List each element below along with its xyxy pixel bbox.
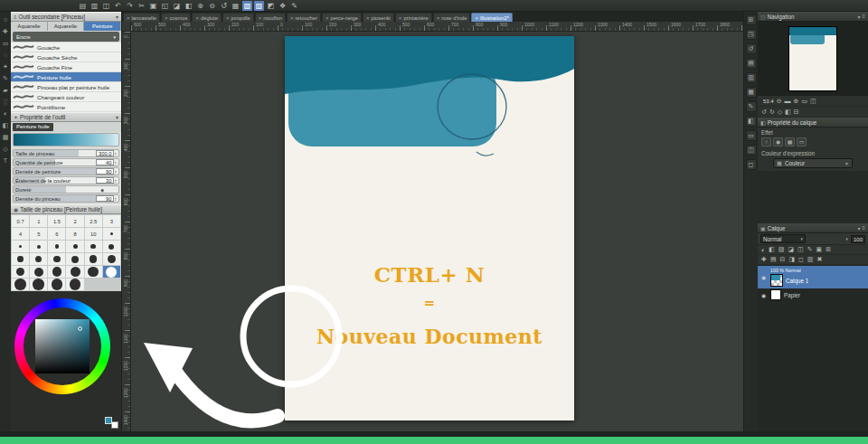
zoom-out-icon[interactable]: ⊖ [207, 1, 217, 11]
document-tab[interactable]: ×cosmos [161, 13, 192, 22]
tab-close-icon[interactable]: × [366, 15, 370, 21]
panel-action-icon[interactable]: ◫ [746, 145, 757, 156]
new-folder-icon[interactable]: ▤ [770, 256, 777, 263]
layer-thumbnail[interactable] [770, 274, 783, 287]
subtool-tab[interactable]: Aquarelle [48, 22, 85, 31]
layer-row-calque1[interactable]: ◉ 100 % Normal Calque 1 [758, 266, 868, 288]
redo-icon[interactable]: ↷ [125, 1, 135, 11]
brush-size-preset[interactable] [66, 279, 83, 290]
brush-size-preset[interactable]: 0.7 [12, 215, 29, 227]
lock-layer-icon[interactable]: ◧ [769, 246, 775, 253]
rotate-right-icon[interactable]: ↻ [769, 109, 775, 116]
document-canvas[interactable]: CTRL+ N = Nouveau Document [285, 36, 574, 420]
canvas-viewport[interactable]: CTRL+ N = Nouveau Document [131, 32, 743, 431]
brush-size-preset[interactable] [12, 279, 29, 290]
brush-size-preset[interactable]: 5 [30, 228, 47, 240]
document-tab[interactable]: ×retoucher [287, 13, 321, 22]
navigation-preview[interactable] [758, 22, 868, 96]
brush-size-preset[interactable] [48, 266, 65, 278]
copy-icon[interactable]: ▣ [148, 1, 158, 11]
brush-size-preset[interactable] [30, 266, 47, 278]
transfer-layer-icon[interactable]: ⊟ [780, 256, 786, 263]
tab-close-icon[interactable]: × [290, 15, 294, 21]
brush-size-preset[interactable] [66, 266, 83, 278]
panel-information-icon[interactable]: ▥ [746, 72, 757, 83]
two-pane-icon[interactable]: ⊞ [826, 246, 831, 253]
panel-options-icon[interactable]: ▾ [116, 14, 118, 20]
brush-size-preset[interactable] [66, 241, 83, 252]
brush-size-preset[interactable] [103, 228, 120, 240]
tool-parameter-slider[interactable]: Taille de pinceau300.0↕ [13, 149, 119, 157]
brush-size-preset[interactable]: 3 [103, 215, 120, 227]
panel-color-icon[interactable]: ◧ [746, 116, 757, 127]
document-tab[interactable]: ×Illustration2* [471, 13, 512, 22]
tab-close-icon[interactable]: × [475, 15, 478, 21]
panel-menu-icon[interactable]: ≡ [14, 14, 17, 20]
mask-layer-icon[interactable]: ◻ [798, 256, 804, 263]
foreground-color-swatch[interactable] [105, 417, 112, 424]
tool-parameter-slider[interactable]: Étalement de la couleur30↕ [13, 176, 119, 184]
expression-color-dropdown[interactable]: Couleur ▼ [773, 158, 853, 168]
save-icon[interactable]: ◫ [101, 1, 111, 11]
brush-size-preset[interactable] [85, 241, 102, 252]
tool-parameter-slider[interactable]: Dureté◆ [13, 185, 119, 194]
zoom-in-icon[interactable]: ⊕ [794, 98, 799, 105]
move-tool-icon[interactable]: ✚ [3, 28, 8, 34]
brush-item[interactable]: Pointillisme [11, 102, 121, 112]
document-tab[interactable]: ×piosenki [363, 13, 394, 22]
blend-tool-icon[interactable]: ◐ [4, 110, 7, 117]
combine-layer-icon[interactable]: ◨ [788, 256, 795, 263]
panel-menu-icon[interactable]: ≡ [862, 14, 865, 20]
document-tab[interactable]: ×printanière [395, 13, 432, 22]
paper-layer-thumbnail[interactable] [770, 289, 781, 300]
lasso-tool-icon[interactable]: ◌ [4, 52, 7, 58]
brush-size-preset[interactable] [30, 241, 47, 252]
brush-item[interactable]: Gouache [11, 43, 121, 52]
navigation-thumbnail[interactable] [789, 27, 836, 90]
brush-size-preset[interactable]: 10 [85, 228, 102, 240]
shape-tool-icon[interactable]: ◇ [3, 146, 7, 152]
brush-item[interactable]: Peinture huile [11, 72, 121, 82]
stepper-icon[interactable]: ↕ [115, 169, 118, 175]
grid-icon[interactable]: ▦ [231, 1, 241, 11]
brush-item[interactable]: Gouache Fine [11, 62, 121, 72]
document-tab[interactable]: ×perce-neige [322, 13, 362, 22]
opacity-control[interactable]: ◐ 100 [845, 235, 865, 243]
brush-size-preset[interactable]: 1 [30, 215, 47, 227]
tab-close-icon[interactable]: × [326, 15, 329, 21]
brush-size-preset[interactable] [103, 253, 120, 265]
brush-size-preset[interactable]: 6 [48, 228, 65, 240]
undo-icon[interactable]: ↶ [113, 1, 123, 11]
clip-layer-icon[interactable]: ◪ [788, 246, 794, 253]
brush-size-preset[interactable] [48, 279, 65, 290]
brush-size-preset[interactable]: 2 [66, 215, 83, 227]
panel-material-icon[interactable]: ▤ [746, 58, 757, 69]
snap-ruler-icon[interactable]: ▧ [242, 1, 252, 11]
panel-brush-icon[interactable]: ✎ [746, 101, 757, 112]
rotate-left-icon[interactable]: ↺ [761, 109, 767, 116]
new-canvas-icon[interactable]: ▤ [78, 1, 88, 11]
parameter-value[interactable]: 90 [96, 168, 114, 175]
brush-size-preset[interactable] [85, 266, 102, 278]
brush-size-preset[interactable] [103, 241, 120, 252]
brush-size-preset[interactable]: 1.5 [48, 215, 65, 227]
brush-tool-icon[interactable]: ▰ [3, 87, 7, 93]
brush-size-preset[interactable] [48, 253, 65, 265]
parameter-value[interactable]: 40 [96, 159, 114, 165]
tool-parameter-slider[interactable]: Densité du pinceau90↕ [13, 194, 119, 203]
brush-size-preset[interactable] [30, 253, 47, 265]
brush-item[interactable]: Pinceau plat pr peinture huile [11, 82, 121, 92]
zoom-tool-icon[interactable]: ○ [4, 16, 7, 23]
actual-size-icon[interactable]: ◫ [810, 98, 816, 105]
subtool-tab[interactable]: Peinture [84, 22, 121, 31]
paste-icon[interactable]: ◱ [160, 1, 170, 11]
panel-all-sides-icon[interactable]: ◻ [746, 159, 757, 170]
brush-size-preset[interactable]: 4 [12, 228, 29, 240]
stepper-icon[interactable]: ↕ [115, 178, 118, 184]
tab-close-icon[interactable]: × [259, 15, 262, 21]
brush-size-preset[interactable] [12, 253, 29, 265]
panel-menu-icon[interactable]: ≡ [862, 225, 865, 231]
tab-close-icon[interactable]: × [165, 15, 168, 21]
panel-item-bank-icon[interactable]: ▦ [746, 87, 757, 98]
brush-size-preset[interactable]: 2.5 [85, 215, 102, 227]
